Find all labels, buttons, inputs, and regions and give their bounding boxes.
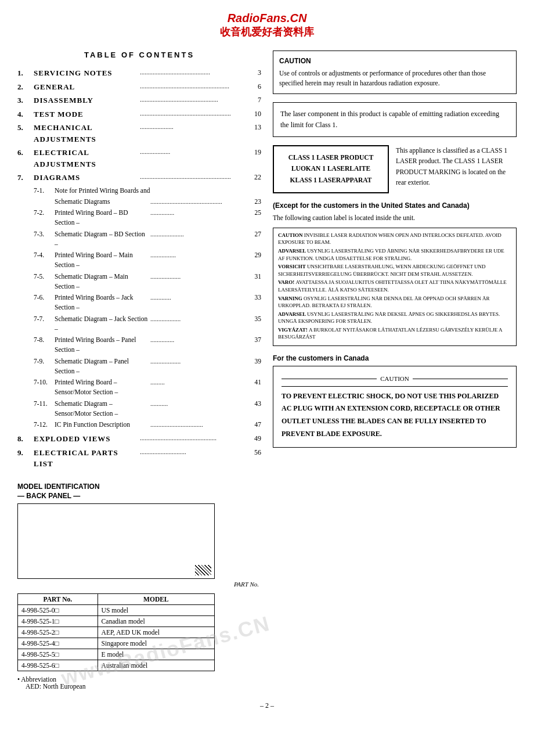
table-row: 4-998-525-6□Australian model (18, 660, 215, 671)
toc-num: 9. (17, 447, 34, 470)
page-number: – 2 – (17, 701, 517, 710)
toc-page: 41 (244, 377, 261, 398)
toc-page: 49 (244, 433, 261, 445)
customers-header: (Except for the customers in the United … (273, 201, 517, 210)
toc-subitem-7-12: 7-12. IC Pin Function Description ......… (17, 420, 261, 430)
toc-page: 6 (244, 81, 261, 93)
toc-num: 2. (17, 81, 34, 93)
model-id-title: MODEL IDENTIFICATION (17, 483, 261, 491)
toc-sub-num: 7-3. (34, 229, 55, 250)
toc-page: 43 (244, 399, 261, 419)
toc-label: MECHANICAL ADJUSTMENTS (34, 122, 138, 145)
warning-row: VARO! AVATTAESSA JA SUOJALUKITUS OHITETT… (278, 279, 511, 293)
toc-sub-num: 7-1. (34, 186, 55, 196)
model-identification: MODEL IDENTIFICATION — BACK PANEL — PART… (17, 483, 261, 690)
toc-subitem-7-8: 7-8. Printed Wiring Boards – Panel Secti… (17, 335, 261, 355)
toc-page: 31 (244, 272, 261, 292)
site-title: RadioFans.CN (17, 12, 517, 25)
toc-page: 35 (244, 314, 261, 334)
main-layout: TABLE OF CONTENTS 1. SERVICING NOTES ...… (17, 51, 517, 690)
toc-sub-num: 7-12. (34, 420, 55, 430)
toc-page: 7 (244, 95, 261, 106)
warning-row: VORSICHT UNSICHTBARE LASERSTRAHLUNG, WEN… (278, 263, 511, 278)
toc-label: ELECTRICAL ADJUSTMENTS (34, 147, 138, 170)
toc-sub-num: 7-5. (34, 272, 55, 292)
right-column: CAUTION Use of controls or adjustments o… (273, 51, 517, 690)
toc-item-8: 8. EXPLODED VIEWS ......................… (17, 433, 261, 445)
model-cell: E model (98, 649, 214, 660)
col-header-model: MODEL (98, 593, 214, 604)
toc-label: ELECTRICAL PARTS LIST (34, 447, 138, 470)
laser-box: The laser component in this product is c… (273, 102, 517, 137)
toc-label: GENERAL (34, 81, 138, 93)
toc-page: 19 (244, 147, 261, 170)
toc-num: 1. (17, 67, 34, 79)
table-row: 4-998-525-0□US model (18, 604, 215, 615)
toc-page: 3 (244, 67, 261, 79)
toc-sub-num: 7-9. (34, 357, 55, 377)
toc-page: 10 (244, 109, 261, 120)
toc-sub-num: 7-7. (34, 314, 55, 334)
laser-text: The laser component in this product is c… (280, 110, 499, 129)
toc-item-3: 3. DISASSEMBLY .........................… (17, 95, 261, 106)
toc-sub-num: 7-2. (34, 208, 55, 228)
toc-page: 27 (244, 229, 261, 250)
toc-subitem-7-6: 7-6. Printed Wiring Boards – Jack Sectio… (17, 293, 261, 313)
col-header-part: PART No. (18, 593, 98, 604)
toc-subitem-7-2: 7-2. Printed Wiring Board – BD Section –… (17, 208, 261, 228)
table-row: 4-998-525-5□E model (18, 649, 215, 660)
panel-hatch (195, 565, 211, 575)
toc-page: 22 (244, 172, 261, 183)
toc-item-1: 1. SERVICING NOTES .....................… (17, 67, 261, 79)
toc-subitem-7-4: 7-4. Printed Wiring Board – Main Section… (17, 250, 261, 271)
part-no-label: PART No. (17, 581, 261, 588)
toc-subitem-7-7: 7-7. Schematic Diagram – Jack Section – … (17, 314, 261, 334)
model-cell: Australian model (98, 660, 214, 671)
caution-box: CAUTION Use of controls or adjustments o… (273, 51, 517, 94)
toc-sub-num: 7-11. (34, 399, 55, 419)
toc-subitem-7-9: 7-9. Schematic Diagram – Panel Section –… (17, 357, 261, 377)
toc-sub-num: 7-10. (34, 377, 55, 398)
warning-row: VARNING OSYNLIG LASERSTRÅLING NÄR DENNA … (278, 295, 511, 309)
model-cell: US model (98, 604, 214, 615)
laser-class-section: CLASS 1 LASER PRODUCT LUOKAN 1 LASERLAIT… (273, 145, 517, 193)
toc-item-2: 2. GENERAL .............................… (17, 81, 261, 93)
toc-label: DISASSEMBLY (34, 95, 138, 106)
canada-caution-title: CAUTION (282, 373, 508, 387)
table-row: 4-998-525-2□AEP, AED UK model (18, 627, 215, 638)
model-cell: AEP, AED UK model (98, 627, 214, 638)
toc-sub-num: 7-6. (34, 293, 55, 313)
canada-caution-box: CAUTION TO PREVENT ELECTRIC SHOCK, DO NO… (273, 366, 517, 448)
warning-row: CAUTION INVISIBLE LASER RADIATION WHEN O… (278, 232, 511, 246)
toc-label: SERVICING NOTES (34, 67, 138, 79)
toc-label: DIAGRAMS (34, 172, 138, 183)
abbreviation: • Abbreviation AED: North European (17, 676, 261, 690)
toc-title: TABLE OF CONTENTS (17, 51, 261, 59)
toc-page: 37 (244, 335, 261, 355)
abbrev-bullet: • Abbreviation (17, 676, 261, 683)
toc-subitem-7-1b: Schematic Diagrams .....................… (17, 197, 261, 207)
site-subtitle: 收音机爱好者资料库 (17, 25, 517, 39)
table-row: 4-998-525-4□Singapore model (18, 638, 215, 649)
toc-num: 7. (17, 172, 34, 183)
toc-num: 4. (17, 109, 34, 120)
toc-item-5: 5. MECHANICAL ADJUSTMENTS ..............… (17, 122, 261, 145)
canada-caution-text: TO PREVENT ELECTRIC SHOCK, DO NOT USE TH… (282, 390, 508, 440)
class1-box: CLASS 1 LASER PRODUCT LUOKAN 1 LASERLAIT… (273, 145, 389, 193)
part-number-cell: 4-998-525-1□ (18, 615, 98, 627)
toc-num: 3. (17, 95, 34, 106)
part-number-cell: 4-998-525-5□ (18, 649, 98, 660)
warning-row: VIGYÁZAT! A BURKOLAT NYITÁSAKOR LÁTHATAT… (278, 326, 511, 341)
toc-item-6: 6. ELECTRICAL ADJUSTMENTS ..............… (17, 147, 261, 170)
back-panel-label: — BACK PANEL — (17, 492, 261, 500)
warning-multilang-box: CAUTION INVISIBLE LASER RADIATION WHEN O… (273, 228, 517, 346)
class1-line2: LUOKAN 1 LASERLAITE (282, 163, 380, 175)
table-row: 4-998-525-1□Canadian model (18, 615, 215, 627)
model-cell: Canadian model (98, 615, 214, 627)
toc-label: TEST MODE (34, 109, 138, 120)
toc-page: 56 (244, 447, 261, 470)
class1-line3: KLASS 1 LASERAPPARAT (282, 175, 380, 186)
warning-row: ADVARSEL USYNLIG LASERSTRÅLING NÅR DEKSE… (278, 311, 511, 325)
toc-subitem-7-11: 7-11. Schematic Diagram – Sensor/Motor S… (17, 399, 261, 419)
toc-sub-num: 7-4. (34, 250, 55, 271)
